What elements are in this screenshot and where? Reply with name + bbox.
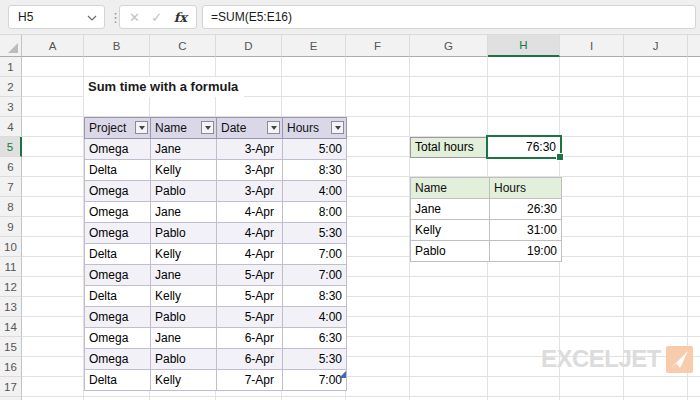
row-header-17[interactable]: 17	[0, 377, 22, 397]
table-cell[interactable]: Kelly	[151, 286, 217, 307]
table-cell[interactable]: 4-Apr	[217, 244, 283, 265]
column-header-A[interactable]: A	[22, 35, 84, 57]
table-cell[interactable]: Delta	[85, 370, 151, 391]
table-cell[interactable]: 7:00	[283, 244, 347, 265]
filter-dropdown-icon[interactable]	[331, 121, 344, 134]
row-header-1[interactable]: 1	[0, 57, 22, 77]
table-cell[interactable]: 8:00	[283, 202, 347, 223]
table-cell[interactable]: Omega	[85, 328, 151, 349]
table-cell[interactable]: 5-Apr	[217, 307, 283, 328]
column-header-J[interactable]: J	[624, 35, 688, 57]
cancel-icon[interactable]: ✕	[129, 10, 140, 25]
table-cell[interactable]: Kelly	[151, 244, 217, 265]
table-cell[interactable]: Omega	[85, 265, 151, 286]
table-cell[interactable]: Pablo	[151, 223, 217, 244]
summary-cell[interactable]: 31:00	[490, 220, 562, 241]
fill-handle[interactable]	[556, 153, 564, 161]
table-cell[interactable]: 5-Apr	[217, 265, 283, 286]
table-cell[interactable]: Delta	[85, 160, 151, 181]
row-header-9[interactable]: 9	[0, 217, 22, 237]
table-cell[interactable]: Jane	[151, 328, 217, 349]
table-header-project[interactable]: Project	[85, 118, 151, 139]
table-cell[interactable]: Kelly	[151, 160, 217, 181]
table-cell[interactable]: 5:30	[283, 349, 347, 370]
table-cell[interactable]: Delta	[85, 244, 151, 265]
table-cell[interactable]: 8:30	[283, 286, 347, 307]
row-header-8[interactable]: 8	[0, 197, 22, 217]
column-header-G[interactable]: G	[410, 35, 488, 57]
filter-dropdown-icon[interactable]	[135, 121, 148, 134]
table-cell[interactable]: 5:00	[283, 139, 347, 160]
select-all-corner[interactable]	[0, 35, 22, 57]
table-cell[interactable]: 4-Apr	[217, 202, 283, 223]
table-cell[interactable]: Jane	[151, 265, 217, 286]
summary-cell[interactable]: 26:30	[490, 199, 562, 220]
table-cell[interactable]: Jane	[151, 202, 217, 223]
table-cell[interactable]: Jane	[151, 139, 217, 160]
table-header-name[interactable]: Name	[151, 118, 217, 139]
row-header-2[interactable]: 2	[0, 77, 22, 97]
insert-function-icon[interactable]: fx	[174, 10, 187, 25]
name-box[interactable]: H5	[8, 5, 105, 29]
table-header-hours[interactable]: Hours	[283, 118, 347, 139]
table-cell[interactable]: Delta	[85, 286, 151, 307]
table-cell[interactable]: 3-Apr	[217, 160, 283, 181]
table-cell[interactable]: 3-Apr	[217, 181, 283, 202]
table-cell[interactable]: 6:30	[283, 328, 347, 349]
total-hours-label-cell[interactable]: Total hours	[410, 137, 489, 158]
summary-cell[interactable]: Pablo	[411, 241, 490, 262]
column-header-E[interactable]: E	[282, 35, 346, 57]
summary-cell[interactable]: Jane	[411, 199, 490, 220]
sheet-title-cell[interactable]: Sum time with a formula	[84, 77, 244, 97]
chevron-down-icon[interactable]	[87, 10, 97, 24]
table-cell[interactable]: 7:00	[283, 370, 347, 391]
row-header-13[interactable]: 13	[0, 297, 22, 317]
table-cell[interactable]: 6-Apr	[217, 349, 283, 370]
column-header-B[interactable]: B	[84, 35, 150, 57]
table-cell[interactable]: Pablo	[151, 181, 217, 202]
row-header-16[interactable]: 16	[0, 357, 22, 377]
row-header-5[interactable]: 5	[0, 137, 22, 157]
table-resize-handle[interactable]	[339, 371, 346, 378]
table-cell[interactable]: Kelly	[151, 370, 217, 391]
table-cell[interactable]: Omega	[85, 349, 151, 370]
summary-header-hours[interactable]: Hours	[490, 178, 562, 199]
selected-cell-h5[interactable]: 76:30	[486, 135, 562, 159]
table-cell[interactable]: 7-Apr	[217, 370, 283, 391]
column-header-H[interactable]: H	[488, 35, 560, 57]
table-cell[interactable]: 6-Apr	[217, 328, 283, 349]
row-header-3[interactable]: 3	[0, 97, 22, 117]
row-header-6[interactable]: 6	[0, 157, 22, 177]
row-header-14[interactable]: 14	[0, 317, 22, 337]
table-cell[interactable]: 4-Apr	[217, 223, 283, 244]
column-header-D[interactable]: D	[216, 35, 282, 57]
column-header-C[interactable]: C	[150, 35, 216, 57]
formula-input[interactable]: =SUM(E5:E16)	[202, 5, 696, 29]
table-cell[interactable]: 3-Apr	[217, 139, 283, 160]
row-header-10[interactable]: 10	[0, 237, 22, 257]
row-header-4[interactable]: 4	[0, 117, 22, 137]
table-cell[interactable]: 7:00	[283, 265, 347, 286]
table-cell[interactable]: Omega	[85, 223, 151, 244]
column-header-F[interactable]: F	[346, 35, 410, 57]
table-cell[interactable]: Omega	[85, 181, 151, 202]
table-header-date[interactable]: Date	[217, 118, 283, 139]
table-cell[interactable]: Pablo	[151, 349, 217, 370]
table-cell[interactable]: 4:00	[283, 307, 347, 328]
table-cell[interactable]: 5-Apr	[217, 286, 283, 307]
summary-header-name[interactable]: Name	[411, 178, 490, 199]
row-header-11[interactable]: 11	[0, 257, 22, 277]
row-header-15[interactable]: 15	[0, 337, 22, 357]
summary-cell[interactable]: Kelly	[411, 220, 490, 241]
table-cell[interactable]: 5:30	[283, 223, 347, 244]
filter-dropdown-icon[interactable]	[267, 121, 280, 134]
table-cell[interactable]: Omega	[85, 139, 151, 160]
summary-cell[interactable]: 19:00	[490, 241, 562, 262]
table-cell[interactable]: Omega	[85, 307, 151, 328]
table-cell[interactable]: 8:30	[283, 160, 347, 181]
table-cell[interactable]: 4:00	[283, 181, 347, 202]
table-cell[interactable]: Omega	[85, 202, 151, 223]
enter-icon[interactable]: ✓	[151, 10, 162, 25]
row-header-7[interactable]: 7	[0, 177, 22, 197]
table-cell[interactable]: Pablo	[151, 307, 217, 328]
